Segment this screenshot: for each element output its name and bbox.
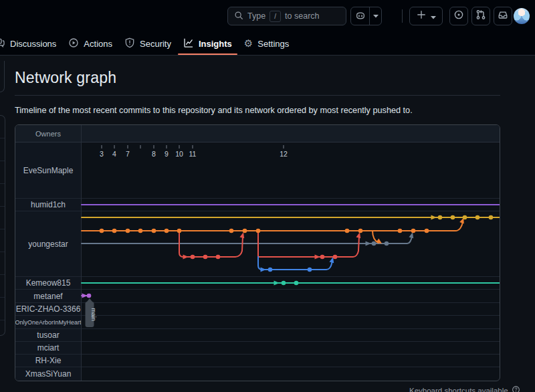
network-table-header: Owners [15,125,500,142]
graph-area [81,367,500,381]
owner-label[interactable]: EveSunMaple [15,142,81,198]
graph-area [81,329,500,341]
header-divider [402,9,403,23]
inbox-icon [498,9,508,23]
graph-area [81,316,500,328]
question-circle-icon [512,385,520,392]
keyboard-shortcuts-label: Keyboard shortcuts available [409,387,508,392]
network-row-OnlyOneArborInMyHeart: OnlyOneArborInMyHeart [15,316,500,329]
network-row-mciart: mciart [15,342,500,355]
tab-discussions[interactable]: Discussions [0,32,56,55]
owner-label[interactable]: OnlyOneArborInMyHeart [15,316,81,328]
network-rows: EveSunMaplehumid1chyoungestarKemeow815me… [15,142,500,381]
main-content: Network graph Timeline of the most recen… [15,56,500,381]
graph-area [81,290,500,302]
git-pull-request-icon [475,9,486,23]
page-title: Network graph [15,69,500,87]
network-row-metanef: metanef [15,290,500,303]
owner-label[interactable]: RH-Xie [15,355,81,367]
graph-area [81,199,500,211]
issue-opened-icon [453,9,464,23]
graph-area [81,303,500,315]
create-new-button[interactable] [409,7,443,25]
owners-column-separator [81,125,82,381]
network-row-EveSunMaple: EveSunMaple [15,142,500,199]
network-row-youngestar: youngestar [15,211,500,277]
title-divider [15,95,500,96]
tab-label: Discussions [10,39,56,49]
global-header: Type / to search [0,0,535,32]
owner-label[interactable]: ERIC-ZHAO-3366 [15,303,81,315]
search-placeholder-suffix: to search [285,11,319,21]
inbox-button[interactable] [494,7,512,25]
copilot-button[interactable] [350,7,382,25]
network-row-tusoar: tusoar [15,329,500,342]
tab-label: Settings [257,39,289,49]
owner-label[interactable]: youngestar [15,211,81,276]
gear-icon: ⚙ [244,39,253,49]
network-row-ERIC-ZHAO-3366: ERIC-ZHAO-3366 [15,303,500,316]
tab-label: Insights [199,39,232,49]
tab-insights[interactable]: Insights [183,32,232,55]
tab-security[interactable]: Security [124,32,171,55]
tab-label: Actions [84,39,112,49]
offscreen-panel-edge-bottom [0,115,5,336]
network-row-RH-Xie: RH-Xie [15,355,500,367]
search-icon [234,11,243,22]
offscreen-panel-edge-top [0,61,5,92]
tab-actions[interactable]: Actions [68,32,112,55]
owner-label[interactable]: XmasSiYuan [15,367,81,381]
graph-area [81,355,500,367]
tab-settings[interactable]: ⚙ Settings [244,32,289,55]
graph-area [81,211,500,276]
keyboard-shortcuts-hint[interactable]: Keyboard shortcuts available [409,385,520,392]
search-input[interactable]: Type / to search [227,7,346,25]
search-placeholder-prefix: Type [247,11,265,21]
discussions-icon [0,37,5,50]
copilot-icon [351,7,370,25]
actions-icon [68,37,79,50]
owner-label[interactable]: Kemeow815 [15,277,81,289]
shield-icon [124,37,135,50]
issues-button[interactable] [449,7,468,25]
network-row-XmasSiYuan: XmasSiYuan [15,367,500,381]
owners-column-header: Owners [15,130,81,138]
copilot-dropdown-caret-icon[interactable] [370,7,381,25]
graph-area [81,142,500,198]
create-dropdown-caret-icon [431,10,436,22]
network-table: Owners EveSunMaplehumid1chyoungestarKeme… [15,124,500,381]
tab-label: Security [140,39,171,49]
graph-icon [183,37,194,50]
user-avatar[interactable] [514,8,530,24]
plus-icon [417,10,426,22]
owner-label[interactable]: humid1ch [15,199,81,211]
owner-label[interactable]: tusoar [15,329,81,341]
github-network-page: { "header": { "search": { "prefix": "Typ… [0,0,535,392]
pull-requests-button[interactable] [471,7,490,25]
slash-key-hint: / [270,11,281,22]
page-description: Timeline of the most recent commits to t… [15,106,500,115]
graph-area [81,342,500,354]
owner-label[interactable]: metanef [15,290,81,302]
graph-area [81,277,500,289]
owner-label[interactable]: mciart [15,342,81,354]
network-row-Kemeow815: Kemeow815 [15,277,500,290]
repo-nav: Discussions Actions Security Insights ⚙ … [0,32,535,56]
network-row-humid1ch: humid1ch [15,199,500,211]
